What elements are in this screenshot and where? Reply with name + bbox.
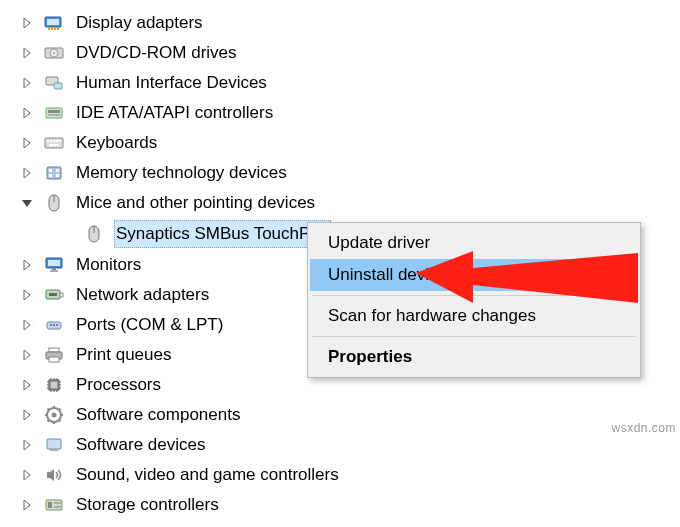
svg-rect-17 [53, 140, 55, 142]
svg-rect-21 [47, 167, 61, 179]
tree-item-label: Monitors [74, 252, 143, 278]
tree-item-label: Human Interface Devices [74, 70, 269, 96]
tree-item-software-devices[interactable]: Software devices [0, 430, 680, 460]
tree-item-label: Ports (COM & LPT) [74, 312, 225, 338]
chevron-right-icon[interactable] [20, 498, 34, 512]
monitor-icon [44, 255, 64, 275]
svg-rect-31 [48, 260, 60, 266]
storage-controller-icon [44, 495, 64, 515]
svg-rect-59 [47, 439, 61, 449]
chevron-right-icon[interactable] [20, 408, 34, 422]
svg-rect-16 [50, 140, 52, 142]
chevron-right-icon[interactable] [20, 258, 34, 272]
chevron-right-icon[interactable] [20, 318, 34, 332]
tree-item-label: Print queues [74, 342, 173, 368]
chevron-right-icon[interactable] [20, 136, 34, 150]
svg-rect-33 [50, 270, 58, 272]
tree-item-label: Network adapters [74, 282, 211, 308]
svg-rect-12 [48, 110, 60, 113]
chevron-right-icon[interactable] [20, 468, 34, 482]
svg-rect-14 [45, 138, 63, 148]
printer-icon [44, 345, 64, 365]
tree-item-label: IDE ATA/ATAPI controllers [74, 100, 275, 126]
menu-divider [312, 336, 636, 337]
svg-rect-1 [47, 19, 59, 25]
svg-rect-24 [49, 174, 52, 177]
svg-rect-62 [48, 502, 52, 508]
tree-item-hid[interactable]: Human Interface Devices [0, 68, 680, 98]
svg-point-8 [53, 52, 55, 54]
keyboard-icon [44, 133, 64, 153]
chevron-down-icon[interactable] [20, 196, 34, 210]
tree-item-label: Storage controllers [74, 492, 221, 518]
svg-rect-19 [59, 140, 61, 142]
svg-rect-4 [54, 27, 56, 30]
svg-rect-63 [54, 502, 61, 504]
software-device-icon [44, 435, 64, 455]
chevron-right-icon[interactable] [20, 76, 34, 90]
svg-rect-60 [50, 449, 58, 451]
speaker-icon [44, 465, 64, 485]
svg-rect-10 [54, 83, 62, 89]
network-adapter-icon [44, 285, 64, 305]
hid-icon [44, 73, 64, 93]
menu-item-update-driver[interactable]: Update driver [310, 227, 638, 259]
svg-rect-22 [49, 169, 52, 172]
dvd-drive-icon [44, 43, 64, 63]
tree-item-memory-tech[interactable]: Memory technology devices [0, 158, 680, 188]
svg-rect-18 [56, 140, 58, 142]
context-menu: Update driver Uninstall device Scan for … [307, 222, 641, 378]
display-adapter-icon [44, 13, 64, 33]
menu-item-uninstall-device[interactable]: Uninstall device [310, 259, 638, 291]
tree-item-software-components[interactable]: Software components [0, 400, 680, 430]
tree-item-keyboards[interactable]: Keyboards [0, 128, 680, 158]
tree-item-label: Memory technology devices [74, 160, 289, 186]
chevron-right-icon[interactable] [20, 46, 34, 60]
menu-item-properties[interactable]: Properties [310, 341, 638, 373]
tree-item-label: Sound, video and game controllers [74, 462, 341, 488]
chevron-right-icon[interactable] [20, 106, 34, 120]
menu-item-scan-hardware[interactable]: Scan for hardware changes [310, 300, 638, 332]
port-icon [44, 315, 64, 335]
chevron-right-icon[interactable] [20, 288, 34, 302]
svg-rect-64 [54, 506, 61, 508]
tree-item-mice[interactable]: Mice and other pointing devices [0, 188, 680, 218]
ide-controller-icon [44, 103, 64, 123]
svg-rect-25 [56, 174, 59, 177]
svg-rect-35 [49, 293, 57, 296]
svg-rect-15 [47, 140, 49, 142]
chevron-right-icon[interactable] [20, 16, 34, 30]
tree-item-label: Processors [74, 372, 163, 398]
tree-item-sound[interactable]: Sound, video and game controllers [0, 460, 680, 490]
svg-rect-44 [51, 382, 57, 388]
svg-rect-13 [48, 114, 60, 116]
svg-rect-40 [49, 348, 59, 352]
processor-icon [44, 375, 64, 395]
tree-item-display-adapters[interactable]: Display adapters [0, 8, 680, 38]
tree-item-label: DVD/CD-ROM drives [74, 40, 239, 66]
chevron-right-icon[interactable] [20, 378, 34, 392]
svg-rect-20 [49, 144, 59, 146]
svg-rect-32 [52, 268, 56, 270]
tree-item-label: Synaptics SMBus TouchPad [114, 220, 331, 248]
chevron-right-icon[interactable] [20, 348, 34, 362]
svg-rect-2 [48, 27, 50, 30]
tree-item-dvd[interactable]: DVD/CD-ROM drives [0, 38, 680, 68]
software-component-icon [44, 405, 64, 425]
mouse-icon [44, 193, 64, 213]
svg-point-37 [50, 324, 52, 326]
memory-icon [44, 163, 64, 183]
tree-item-ide[interactable]: IDE ATA/ATAPI controllers [0, 98, 680, 128]
svg-rect-5 [57, 27, 59, 30]
svg-rect-3 [51, 27, 53, 30]
mouse-icon [84, 224, 104, 244]
tree-item-label: Software components [74, 402, 242, 428]
svg-point-38 [53, 324, 55, 326]
svg-rect-23 [56, 169, 59, 172]
tree-item-storage[interactable]: Storage controllers [0, 490, 680, 520]
menu-divider [312, 295, 636, 296]
svg-point-58 [52, 413, 57, 418]
chevron-right-icon[interactable] [20, 438, 34, 452]
chevron-right-icon[interactable] [20, 166, 34, 180]
tree-item-label: Display adapters [74, 10, 205, 36]
